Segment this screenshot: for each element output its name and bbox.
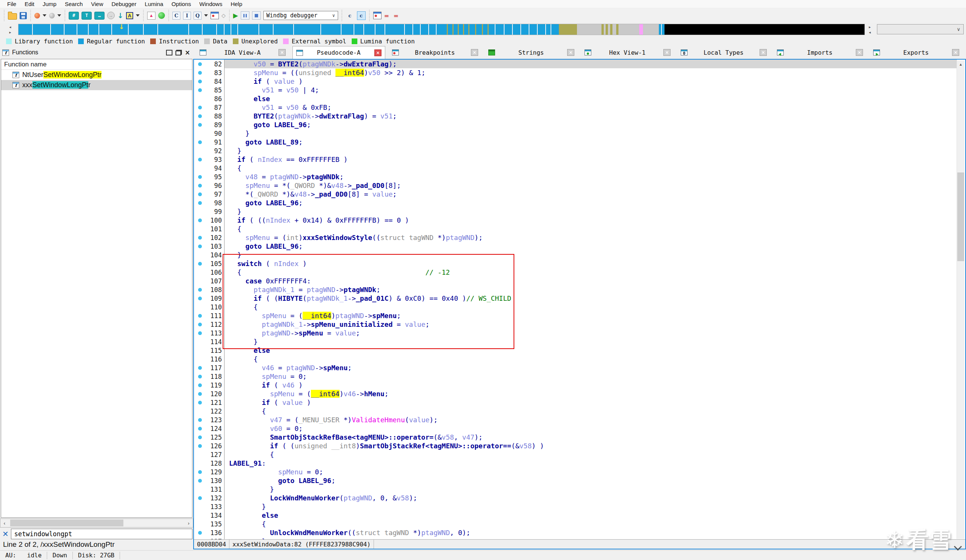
menu-windows[interactable]: Windows — [195, 0, 227, 8]
debugger-select[interactable]: Windbg debugger ∨ — [263, 11, 338, 20]
code-line-91[interactable]: 91 goto LABEL_89; — [194, 138, 957, 146]
breakpoint-gutter[interactable] — [194, 277, 206, 285]
breakpoint-gutter[interactable] — [194, 476, 206, 485]
breakpoint-dot-icon[interactable] — [198, 184, 202, 187]
restore-icon[interactable] — [176, 50, 182, 56]
breakpoint-dot-icon[interactable] — [198, 201, 202, 205]
breakpoint-toggle-icon[interactable]: ▲ — [147, 12, 156, 20]
breakpoint-gutter[interactable] — [194, 433, 206, 442]
breakpoint-gutter[interactable] — [194, 381, 206, 389]
functions-hscrollbar[interactable]: ‹ › — [0, 519, 193, 527]
breakpoint-gutter[interactable] — [194, 407, 206, 415]
code-line-106[interactable]: 106 { // -12 — [194, 268, 957, 277]
breakpoint-gutter[interactable] — [194, 424, 206, 433]
delete-breakpoint-icon[interactable]: =­ — [384, 12, 391, 19]
breakpoint-gutter[interactable] — [194, 311, 206, 320]
breakpoint-gutter[interactable] — [194, 233, 206, 242]
breakpoint-gutter[interactable] — [194, 172, 206, 181]
code-line-104[interactable]: 104 } — [194, 251, 957, 259]
breakpoint-dot-icon[interactable] — [198, 383, 202, 387]
breakpoint-gutter[interactable] — [194, 355, 206, 363]
breakpoint-dot-icon[interactable] — [198, 479, 202, 483]
function-row[interactable]: fNtUserSetWindowLongPtr — [1, 70, 192, 80]
breakpoint-gutter[interactable] — [194, 77, 206, 85]
breakpoint-gutter[interactable] — [194, 320, 206, 329]
tab-hex-view-1[interactable]: Hex View-1× — [581, 46, 674, 59]
dock-icon[interactable] — [166, 50, 172, 56]
views-dropdown-icon[interactable] — [204, 14, 208, 16]
code-line-122[interactable]: 122 { — [194, 407, 957, 415]
breakpoint-gutter[interactable] — [194, 155, 206, 164]
breakpoint-gutter[interactable] — [194, 199, 206, 207]
code-line-86[interactable]: 86 else — [194, 94, 957, 103]
code-line-100[interactable]: 100 if ( ((nIndex + 0x14) & 0xFFFFFFFB) … — [194, 216, 957, 225]
breakpoint-dot-icon[interactable] — [198, 175, 202, 179]
navigation-band[interactable]: ↓ — [18, 24, 865, 35]
strings-window-icon[interactable]: … — [94, 12, 105, 20]
code-line-118[interactable]: 118 spMenu = 0; — [194, 372, 957, 381]
breakpoint-gutter[interactable] — [194, 216, 206, 225]
window-list-icon[interactable] — [210, 12, 219, 19]
hscroll-thumb[interactable] — [10, 520, 123, 526]
breakpoint-gutter[interactable] — [194, 285, 206, 294]
breakpoint-gutter[interactable] — [194, 372, 206, 381]
code-line-128[interactable]: 128LABEL_91: — [194, 459, 957, 468]
stop-process-icon[interactable] — [252, 11, 261, 20]
navband-scroll-left[interactable]: ◂▸ — [6, 24, 14, 35]
breakpoint-dot-icon[interactable] — [198, 392, 202, 396]
xrefs-icon[interactable]: → — [107, 12, 115, 19]
breakpoint-gutter[interactable] — [194, 468, 206, 476]
breakpoint-dot-icon[interactable] — [198, 435, 202, 439]
code-line-119[interactable]: 119 if ( v46 ) — [194, 381, 957, 389]
code-line-130[interactable]: 130 goto LABEL_96; — [194, 476, 957, 485]
code-line-113[interactable]: 113 ptagWND->spMenu = value; — [194, 329, 957, 337]
pause-process-icon[interactable] — [241, 11, 250, 20]
breakpoint-gutter[interactable] — [194, 164, 206, 172]
tab-local-types[interactable]: Local Types× — [677, 46, 770, 59]
function-row[interactable]: fxxxSetWindowLongPtr — [1, 80, 192, 90]
tab-close-icon[interactable]: × — [567, 49, 574, 56]
names-window-icon[interactable]: # — [69, 12, 79, 20]
code-line-88[interactable]: 88 BYTE2(ptagWNDk->dwExtraFlag) = v51; — [194, 112, 957, 120]
rename-dropdown-icon[interactable] — [136, 14, 140, 16]
breakpoint-dot-icon[interactable] — [198, 297, 202, 301]
breakpoint-gutter[interactable] — [194, 389, 206, 398]
jump-forward-dropdown-icon[interactable] — [58, 14, 61, 16]
code-line-109[interactable]: 109 if ( (HIBYTE(ptagWNDk_1->_pad_01C) &… — [194, 294, 957, 303]
breakpoint-dot-icon[interactable] — [198, 80, 202, 84]
pseudocode-vscrollbar[interactable]: ▲ — [956, 61, 964, 539]
code-line-99[interactable]: 99 } — [194, 207, 957, 216]
code-line-133[interactable]: 133 } — [194, 502, 957, 511]
breakpoint-gutter[interactable] — [194, 520, 206, 528]
breakpoint-gutter[interactable] — [194, 190, 206, 199]
breakpoint-dot-icon[interactable] — [198, 401, 202, 404]
navband-zoom-select[interactable]: ∨ — [877, 24, 964, 34]
breakpoint-gutter[interactable] — [194, 511, 206, 520]
code-line-137[interactable]: 137 } — [194, 537, 957, 539]
navband-scroll-right[interactable]: ▸◂ — [866, 24, 874, 35]
jump-forward-icon[interactable] — [49, 13, 55, 18]
rename-icon[interactable]: A — [126, 12, 133, 19]
breakpoint-gutter[interactable] — [194, 68, 206, 77]
scroll-up-icon[interactable]: ▲ — [957, 61, 964, 68]
breakpoint-dot-icon[interactable] — [198, 62, 202, 66]
breakpoint-dot-icon[interactable] — [198, 192, 202, 196]
code-line-116[interactable]: 116 { — [194, 355, 957, 363]
code-line-82[interactable]: 82 v50 = BYTE2(ptagWNDk->dwExtraFlag); — [194, 60, 957, 68]
code-line-90[interactable]: 90 } — [194, 129, 957, 138]
breakpoint-gutter[interactable] — [194, 60, 206, 68]
breakpoint-dot-icon[interactable] — [198, 418, 202, 422]
code-line-131[interactable]: 131 } — [194, 485, 957, 494]
jump-address-icon[interactable]: ↓ — [117, 11, 123, 20]
save-icon[interactable] — [20, 12, 27, 19]
code-line-134[interactable]: 134 else — [194, 511, 957, 520]
breakpoint-dot-icon[interactable] — [198, 427, 202, 430]
breakpoint-gutter[interactable] — [194, 485, 206, 494]
type-window-icon[interactable]: T — [82, 12, 92, 20]
code-line-93[interactable]: 93 if ( nIndex == 0xFFFFFFEB ) — [194, 155, 957, 164]
breakpoint-dot-icon[interactable] — [198, 140, 202, 144]
quick-view-icon[interactable]: Q — [194, 12, 202, 20]
breakpoint-dot-icon[interactable] — [198, 236, 202, 240]
tab-close-icon[interactable]: × — [952, 49, 959, 56]
code-line-129[interactable]: 129 spMenu = 0; — [194, 468, 957, 476]
